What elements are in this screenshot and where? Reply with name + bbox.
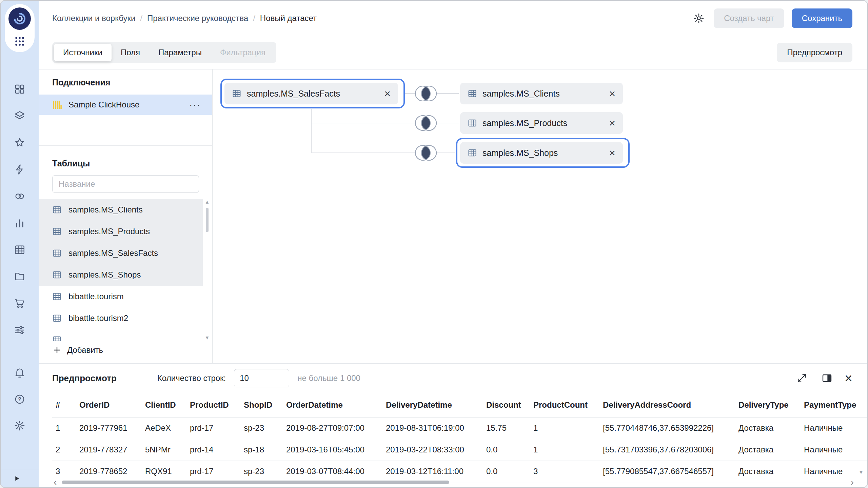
join-type-icon[interactable] — [415, 145, 436, 160]
table-icon — [52, 335, 62, 341]
sliders-icon[interactable] — [13, 323, 26, 337]
row-count-hint: не больше 1 000 — [297, 373, 360, 383]
breadcrumb-collections[interactable]: Коллекции и воркбуки — [52, 14, 135, 23]
rings-icon[interactable] — [13, 189, 26, 203]
expand-preview-icon[interactable] — [794, 371, 809, 386]
folder-icon[interactable] — [13, 270, 26, 283]
preview-column-header: DeliveryType — [735, 393, 801, 417]
scroll-right-icon[interactable]: › — [851, 477, 854, 487]
create-chart-button[interactable]: Создать чарт — [714, 8, 784, 28]
preview-title: Предпросмотр — [52, 373, 117, 384]
preview-toggle-button[interactable]: Предпросмотр — [777, 43, 852, 62]
preview-table-cell: 15.75 — [483, 417, 530, 439]
connection-item-sample-clickhouse[interactable]: Sample ClickHouse ··· — [39, 95, 212, 115]
scrollbar-thumb[interactable] — [62, 481, 449, 484]
scroll-down-icon[interactable]: ▾ — [860, 468, 863, 476]
dataset-settings-gear-icon[interactable] — [691, 11, 706, 26]
chart-icon[interactable] — [13, 216, 26, 230]
join-type-icon[interactable] — [415, 116, 436, 130]
preview-header: Предпросмотр Количество строк: не больше… — [39, 364, 867, 393]
tab-sources[interactable]: Источники — [54, 44, 112, 61]
add-table-label: Добавить — [67, 345, 103, 355]
preview-column-header: OrderDatetime — [283, 393, 382, 417]
table-list-item[interactable]: samples.MS_Products — [39, 221, 203, 242]
preview-table-cell: Доставка — [735, 439, 801, 461]
canvas-node-clients[interactable]: samples.MS_Clients × — [460, 83, 623, 104]
lightning-icon[interactable] — [13, 163, 26, 176]
rail-bottom-stack: ? — [13, 366, 26, 432]
table-icon — [52, 292, 62, 301]
table-icon — [468, 148, 477, 158]
save-button[interactable]: Сохранить — [792, 8, 852, 28]
add-table-button[interactable]: Добавить — [39, 345, 212, 355]
preview-table-cell: [55.770448746,37.653992226] — [599, 417, 735, 439]
collections-icon[interactable] — [13, 82, 26, 96]
star-icon[interactable] — [13, 136, 26, 149]
connections-title: Подключения — [39, 78, 212, 87]
rail-icon-stack — [13, 82, 26, 337]
canvas-node-salesfacts[interactable]: samples.MS_SalesFacts × — [224, 83, 398, 104]
canvas-node-shops[interactable]: samples.MS_Shops × — [460, 142, 623, 164]
table-name: samples.MS_Shops — [68, 270, 141, 280]
rail-top-pill — [5, 4, 35, 52]
horizontal-scrollbar[interactable]: ‹ › — [39, 477, 867, 487]
canvas-node-products[interactable]: samples.MS_Products × — [460, 112, 623, 134]
cart-icon[interactable] — [13, 297, 26, 310]
preview-table-cell: [55.731703396,37.678203006] — [599, 439, 735, 461]
scroll-left-icon[interactable]: ‹ — [54, 477, 57, 487]
preview-table-cell: 2019-03-16T05:45:00 — [283, 439, 382, 461]
row-count-input[interactable] — [234, 369, 289, 387]
table-name: samples.MS_SalesFacts — [68, 248, 158, 258]
table-list-item[interactable]: samples.MS_SalesFacts — [39, 242, 203, 264]
preview-table-cell: 2019-03-22T08:33:00 — [382, 439, 483, 461]
tables-scrollbar[interactable]: ▴ ▾ — [203, 199, 211, 341]
datalens-logo[interactable] — [8, 7, 31, 30]
table-list-item[interactable]: samples.MS_Clients — [39, 199, 203, 221]
tab-fields[interactable]: Поля — [112, 44, 149, 61]
table-list-item[interactable]: bibattle.tourism2 — [39, 307, 203, 329]
table-list-item[interactable] — [39, 329, 203, 341]
datalens-dataset-editor-window: ? Коллекции и воркбуки / Практические ру… — [0, 0, 868, 488]
join-type-icon[interactable] — [415, 86, 436, 101]
close-preview-icon[interactable]: × — [845, 371, 852, 385]
apps-grid-icon[interactable] — [13, 35, 26, 48]
plus-icon — [52, 345, 62, 355]
rail-footer — [1, 469, 39, 487]
help-icon[interactable]: ? — [13, 392, 26, 406]
editor-tabs: Источники Поля Параметры Фильтрация — [52, 42, 276, 63]
remove-table-icon[interactable]: × — [609, 88, 615, 99]
table-list-item[interactable]: bibattle.tourism — [39, 286, 203, 307]
preview-column-header: ProductID — [186, 393, 240, 417]
node-table-name: samples.MS_Shops — [482, 148, 558, 158]
layers-icon[interactable] — [13, 109, 26, 123]
remove-table-icon[interactable]: × — [609, 147, 615, 158]
table-search-input[interactable] — [52, 175, 199, 193]
table-list-item[interactable]: samples.MS_Shops — [39, 264, 203, 286]
expand-sidebar-icon[interactable] — [12, 474, 22, 483]
scroll-down-icon[interactable]: ▾ — [206, 335, 209, 341]
table-grid-icon[interactable] — [13, 243, 26, 257]
table-icon — [468, 118, 477, 128]
preview-table-cell: 0.0 — [483, 439, 530, 461]
preview-table-cell: prd-17 — [186, 417, 240, 439]
selected-node-outline: samples.MS_SalesFacts × — [220, 79, 405, 108]
preview-table-cell: Наличные — [801, 439, 867, 461]
tab-parameters[interactable]: Параметры — [149, 44, 211, 61]
sources-panel: Подключения Sample ClickHouse ··· Таблиц… — [39, 69, 213, 363]
preview-table-cell: Наличные — [801, 417, 867, 439]
clickhouse-icon — [52, 100, 62, 110]
remove-table-icon[interactable]: × — [384, 88, 391, 99]
breadcrumb-workbook[interactable]: Практические руководства — [147, 14, 248, 23]
tables-title: Таблицы — [39, 159, 212, 168]
preview-column-header: DeliveryDatetime — [382, 393, 483, 417]
preview-table-cell: 1 — [530, 439, 599, 461]
bell-icon[interactable] — [13, 366, 26, 380]
scrollbar-thumb[interactable] — [206, 208, 209, 232]
table-name: bibattle.tourism — [68, 292, 124, 301]
split-view-icon[interactable] — [820, 371, 834, 386]
connection-more-icon[interactable]: ··· — [189, 103, 201, 106]
remove-table-icon[interactable]: × — [609, 118, 615, 128]
scroll-up-icon[interactable]: ▴ — [206, 199, 209, 205]
join-canvas: samples.MS_SalesFacts × samples.MS_Clien… — [213, 69, 867, 363]
gear-icon[interactable] — [13, 419, 26, 432]
